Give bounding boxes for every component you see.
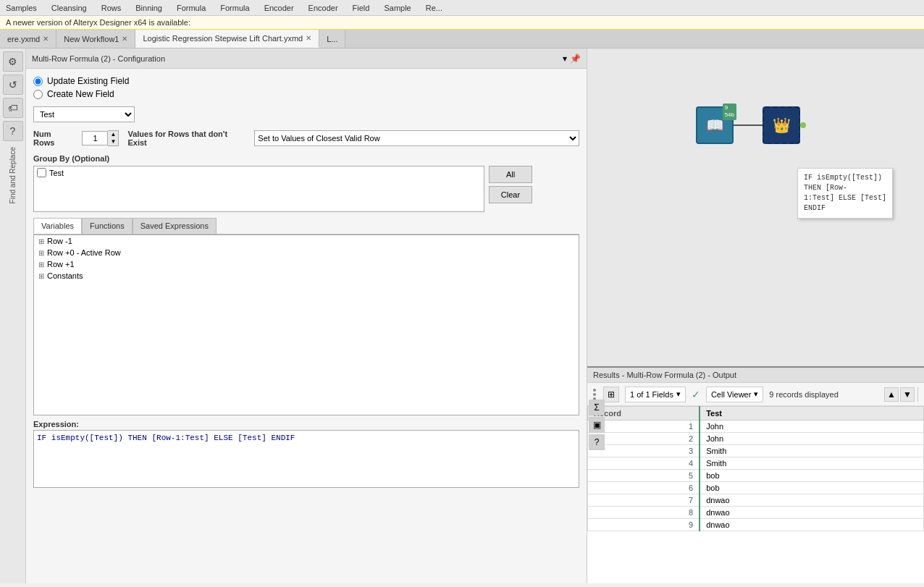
check-icon[interactable]: ✓	[692, 389, 700, 400]
spin-buttons: ▲ ▼	[108, 130, 119, 146]
node-badge: 9 54b	[723, 104, 736, 120]
node-container: 📖 9 54b 👑	[696, 106, 800, 144]
table-row: 9 dnwao	[588, 519, 924, 531]
radio-create-input[interactable]	[33, 90, 43, 99]
nav-more[interactable]: Re...	[426, 4, 442, 12]
radio-update-input[interactable]	[33, 77, 43, 86]
values-select[interactable]: Set to Values of Closest Valid Row	[254, 130, 579, 146]
code-tooltip: IF isEmpty([Test]) THEN [Row- 1:Test] EL…	[797, 168, 893, 219]
spin-down[interactable]: ▼	[108, 138, 118, 145]
tab-ere[interactable]: ere.yxmd ✕	[0, 30, 56, 48]
expression-editor[interactable]: IF isEmpty([Test]) THEN [Row-1:Test] ELS…	[33, 430, 579, 488]
spin-up[interactable]: ▲	[108, 131, 118, 138]
table-row: 4 Smith	[588, 457, 924, 470]
table-row: 3 Smith	[588, 445, 924, 457]
close-tab-ere[interactable]: ✕	[43, 35, 49, 43]
nav-samples[interactable]: Samples	[6, 4, 37, 12]
variable-tabs: Variables Functions Saved Expressions	[33, 218, 579, 235]
tab-saved-expressions[interactable]: Saved Expressions	[133, 218, 217, 234]
tab-variables[interactable]: Variables	[33, 218, 82, 234]
crown-node-wrapper: 👑	[763, 106, 800, 144]
field-select[interactable]: Test	[33, 106, 135, 122]
tabs-row: ere.yxmd ✕ New Workflow1 ✕ Logistic Regr…	[0, 30, 924, 48]
config-panel: Multi-Row Formula (2) - Configuration ▾ …	[26, 48, 587, 583]
config-title: Multi-Row Formula (2) - Configuration	[32, 54, 165, 63]
records-count: 9 records displayed	[769, 390, 838, 399]
tab-l[interactable]: L...	[319, 30, 345, 48]
cell-test: bob	[700, 470, 923, 482]
book-node-wrapper: 📖 9 54b	[696, 106, 734, 144]
nav-rows[interactable]: Rows	[101, 4, 122, 12]
find-replace-label: Find and Replace	[9, 144, 17, 206]
resize-dot-1	[593, 389, 596, 392]
config-dropdown-icon[interactable]: ▾	[563, 54, 567, 64]
connector-line	[734, 124, 763, 126]
crown-node[interactable]: 👑	[763, 106, 800, 144]
cell-viewer-arrow: ▾	[754, 389, 758, 399]
results-table-wrap: Record Test 1 John 2 John 3 Smith 4 Smit…	[587, 406, 924, 583]
num-rows-input[interactable]	[82, 131, 108, 145]
help-icon[interactable]: ?	[589, 434, 605, 450]
nav-divider	[917, 387, 918, 402]
tab-new-workflow[interactable]: New Workflow1 ✕	[56, 30, 135, 48]
update-banner: A newer version of Alteryx Designer x64 …	[0, 16, 924, 30]
sidebar-icon-settings[interactable]: ⚙	[3, 51, 23, 72]
var-row-minus1[interactable]: ⊞ Row -1	[34, 235, 579, 247]
nav-formula1[interactable]: Formula	[177, 4, 206, 12]
field-row: Test	[33, 106, 579, 122]
nav-binning[interactable]: Binning	[135, 4, 162, 12]
fields-dropdown-arrow: ▾	[676, 389, 681, 399]
nav-cleansing[interactable]: Cleansing	[51, 4, 87, 12]
expand-icon-constants: ⊞	[38, 272, 44, 280]
nav-encoder2[interactable]: Encoder	[308, 4, 338, 12]
cell-test: dnwao	[700, 494, 923, 507]
group-by-section: Test All Clear	[33, 166, 579, 212]
nav-field[interactable]: Field	[353, 4, 370, 12]
close-tab-logistic[interactable]: ✕	[306, 34, 311, 42]
results-table: Record Test 1 John 2 John 3 Smith 4 Smit…	[587, 406, 924, 531]
tab-logistic[interactable]: Logistic Regression Stepwise Lift Chart.…	[135, 30, 319, 48]
nav-sample[interactable]: Sample	[384, 4, 411, 12]
cell-record: 7	[588, 494, 700, 507]
table-header-row: Record Test	[588, 407, 924, 421]
num-input-wrap: ▲ ▼	[82, 130, 119, 146]
results-panel: Results - Multi-Row Formula (2) - Output…	[587, 366, 924, 583]
table-row: 8 dnwao	[588, 507, 924, 519]
num-rows-label: Num Rows	[33, 130, 73, 147]
tab-functions[interactable]: Functions	[82, 218, 133, 234]
sigma-icon[interactable]: Σ	[589, 400, 605, 415]
config-pin-icon[interactable]: 📌	[570, 54, 581, 64]
results-header: Results - Multi-Row Formula (2) - Output	[587, 368, 924, 383]
table-row: 1 John	[588, 421, 924, 433]
var-row-plus1[interactable]: ⊞ Row +1	[34, 258, 579, 270]
cell-icon[interactable]: ▣	[589, 417, 605, 433]
expand-icon-row-plus1: ⊞	[38, 261, 44, 269]
fields-dropdown[interactable]: 1 of 1 Fields ▾	[625, 387, 686, 402]
table-row: 5 bob	[588, 470, 924, 482]
cell-test: dnwao	[700, 519, 923, 531]
results-toolbar: ⊞ 1 of 1 Fields ▾ ✓ Cell Viewer ▾ 9 reco…	[587, 383, 924, 406]
sidebar-icon-help[interactable]: ?	[3, 121, 23, 141]
radio-create[interactable]: Create New Field	[33, 89, 579, 99]
nav-up-arrow[interactable]: ▲	[884, 387, 899, 402]
all-button[interactable]: All	[489, 166, 532, 183]
crown-output-dot	[800, 122, 806, 128]
cell-test: John	[700, 421, 923, 433]
close-tab-new-workflow[interactable]: ✕	[122, 35, 127, 43]
clear-button[interactable]: Clear	[489, 186, 532, 203]
radio-update[interactable]: Update Existing Field	[33, 76, 579, 86]
group-by-item-test[interactable]: Test	[34, 166, 484, 179]
radio-group: Update Existing Field Create New Field	[33, 76, 579, 99]
cell-viewer-button[interactable]: Cell Viewer ▾	[706, 387, 763, 402]
config-header: Multi-Row Formula (2) - Configuration ▾ …	[26, 48, 587, 69]
nav-encoder1[interactable]: Encoder	[264, 4, 294, 12]
nav-down-arrow[interactable]: ▼	[900, 387, 915, 402]
group-by-checkbox-test[interactable]	[37, 168, 46, 177]
var-constants[interactable]: ⊞ Constants	[34, 270, 579, 282]
var-row-active[interactable]: ⊞ Row +0 - Active Row	[34, 247, 579, 258]
config-header-icons: ▾ 📌	[563, 54, 581, 64]
nav-formula2[interactable]: Formula	[220, 4, 249, 12]
sidebar-icon-tag[interactable]: 🏷	[3, 98, 23, 118]
sidebar-icon-arrow[interactable]: ↺	[3, 75, 23, 95]
sidebar-icons: ⚙ ↺ 🏷 ? Find and Replace	[0, 48, 26, 583]
